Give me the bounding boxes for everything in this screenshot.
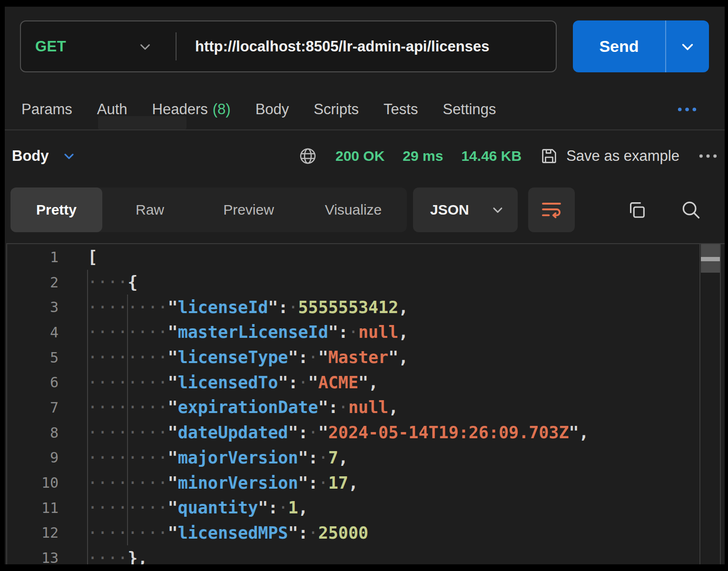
search-response-button[interactable] [676, 187, 706, 232]
tab-tests[interactable]: Tests [384, 101, 418, 118]
search-icon [680, 199, 702, 221]
method-selector[interactable]: GET [21, 21, 176, 71]
code-line: 8········"dateUpdated":·"2024-05-14T19:2… [5, 420, 698, 445]
line-number: 2 [5, 274, 59, 291]
line-content[interactable]: ········"licenseId":·5555553412, [59, 298, 408, 317]
view-tab-preview[interactable]: Preview [197, 187, 300, 232]
tab-params[interactable]: Params [21, 101, 72, 118]
line-content[interactable]: ········"licensedTo":·"ACME", [59, 373, 378, 392]
view-tab-visualize[interactable]: Visualize [300, 187, 407, 232]
view-tabs: Pretty Raw Preview Visualize [10, 187, 407, 232]
response-more-options-icon[interactable] [698, 147, 718, 166]
code-line: 5········"licenseType":·"Master", [5, 345, 698, 370]
response-status-group: 200 OK 29 ms 14.46 KB Save as example [298, 138, 718, 174]
format-label: JSON [430, 202, 490, 218]
tab-scripts[interactable]: Scripts [314, 101, 359, 118]
code-line: 11········"quantity":·1, [5, 495, 698, 521]
line-content[interactable]: ········"masterLicenseId":·null, [59, 323, 408, 342]
tab-headers-label: Headers [152, 101, 208, 118]
line-content[interactable]: ········"dateUpdated":·"2024-05-14T19:26… [59, 423, 589, 442]
save-as-example-button[interactable]: Save as example [540, 147, 679, 166]
tab-auth[interactable]: Auth [97, 101, 128, 118]
view-tab-pretty[interactable]: Pretty [10, 187, 102, 232]
code-lines: 1[2····{3········"licenseId":·5555553412… [5, 245, 698, 564]
response-editor: 1[2····{3········"licenseId":·5555553412… [5, 243, 725, 564]
code-line: 2····{ [5, 270, 698, 295]
copy-icon [626, 199, 648, 221]
code-line: 1[ [5, 245, 698, 270]
view-tab-raw[interactable]: Raw [102, 187, 197, 232]
copy-response-button[interactable] [621, 187, 652, 232]
scrollbar-thumb[interactable] [701, 244, 720, 273]
line-content[interactable]: ········"minorVersion":·17, [59, 473, 358, 492]
line-number: 8 [5, 424, 59, 441]
tab-body[interactable]: Body [256, 101, 289, 118]
line-content[interactable]: [ [59, 247, 98, 266]
line-number: 13 [5, 550, 59, 564]
headers-count-badge: (8) [213, 101, 231, 118]
scrollbar-track-border [699, 243, 700, 564]
line-content[interactable]: ········"expirationDate":·null, [59, 398, 398, 417]
tab-headers[interactable]: Headers(8) [152, 101, 231, 118]
scrollbar-track-border [720, 243, 721, 564]
code-line: 10········"minorVersion":·17, [5, 470, 698, 495]
method-label: GET [35, 38, 66, 55]
send-options-button[interactable] [666, 38, 709, 56]
response-view-row: Pretty Raw Preview Visualize JSON [5, 187, 725, 232]
floppy-disk-icon [540, 147, 559, 166]
code-line: 3········"licenseId":·5555553412, [5, 295, 698, 320]
status-badge: 200 OK [335, 148, 384, 164]
line-number: 4 [5, 324, 59, 341]
wrap-lines-button[interactable] [528, 187, 575, 232]
scrollbar-marker [701, 257, 720, 261]
line-number: 9 [5, 449, 59, 466]
line-number: 7 [5, 399, 59, 416]
code-line: 13····}, [5, 545, 698, 564]
format-selector[interactable]: JSON [413, 187, 518, 232]
line-number: 10 [5, 474, 59, 491]
code-line: 7········"expirationDate":·null, [5, 395, 698, 420]
url-input[interactable] [189, 21, 547, 71]
response-body-label: Body [12, 148, 49, 165]
save-as-example-label: Save as example [566, 148, 679, 165]
chevron-down-icon [61, 148, 77, 164]
response-size: 14.46 KB [461, 148, 521, 164]
line-content[interactable]: ········"quantity":·1, [59, 498, 308, 517]
text-wrap-icon [540, 198, 563, 221]
send-label: Send [573, 37, 665, 56]
chevron-down-icon [490, 202, 505, 217]
code-line: 12········"licensedMPS":·25000 [5, 521, 698, 546]
chevron-down-icon [137, 39, 153, 55]
send-button[interactable]: Send [573, 20, 709, 72]
request-more-options-icon[interactable] [676, 100, 698, 119]
code-line: 4········"masterLicenseId":·null, [5, 320, 698, 345]
url-bar-divider [176, 32, 177, 60]
request-url-bar: GET [20, 20, 557, 72]
line-number: 5 [5, 349, 59, 366]
section-divider [5, 129, 725, 130]
code-line: 9········"majorVersion":·7, [5, 445, 698, 471]
line-number: 12 [5, 524, 59, 541]
line-content[interactable]: ····{ [59, 273, 138, 292]
globe-icon [298, 147, 317, 166]
response-meta-row: Body 200 OK 29 ms 14.46 KB Save as examp… [5, 138, 725, 174]
line-number: 3 [5, 299, 59, 315]
line-content[interactable]: ········"licensedMPS":·25000 [59, 523, 368, 542]
request-tabs: Params Auth Headers(8) Body Scripts Test… [5, 92, 725, 127]
line-content[interactable]: ····}, [59, 549, 148, 564]
line-number: 6 [5, 374, 59, 391]
rest-client-window: GET Send Params Auth Headers(8) Body Scr… [5, 7, 725, 564]
line-number: 11 [5, 500, 59, 516]
code-line: 6········"licensedTo":·"ACME", [5, 370, 698, 395]
line-content[interactable]: ········"licenseType":·"Master", [59, 348, 408, 367]
line-number: 1 [5, 249, 59, 266]
response-time: 29 ms [403, 148, 443, 164]
tab-settings[interactable]: Settings [443, 101, 496, 118]
editor-top-border [6, 243, 725, 244]
line-content[interactable]: ········"majorVersion":·7, [59, 448, 348, 467]
response-body-dropdown[interactable]: Body [12, 138, 77, 174]
